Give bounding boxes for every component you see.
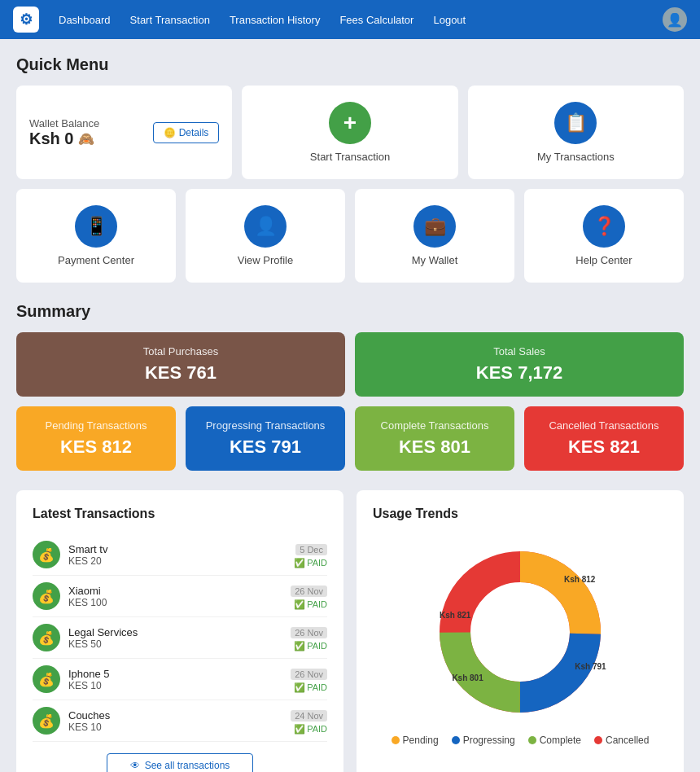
summary-bottom: Pending Transactions KES 812 Progressing…	[16, 406, 684, 471]
app-logo: ⚙	[13, 7, 39, 33]
view-profile-card[interactable]: 👤 View Profile	[186, 189, 345, 283]
progressing-transactions-card: Progressing Transactions KES 791	[186, 406, 345, 471]
legend-pending-dot	[392, 736, 400, 744]
chart-container: Ksh 821 Ksh 812 Ksh 791 Ksh 801 Pending …	[373, 534, 667, 754]
total-purchases-label: Total Purchases	[143, 345, 219, 357]
my-wallet-icon: 💼	[413, 205, 456, 248]
transaction-amount: KES 100	[68, 597, 291, 608]
transaction-right: 5 Dec ✅ PAID	[294, 542, 327, 568]
transaction-date: 26 Nov	[291, 586, 327, 597]
transaction-status: ✅ PAID	[291, 724, 327, 735]
transaction-amount: KES 10	[68, 722, 291, 733]
view-profile-label: View Profile	[238, 254, 293, 266]
transaction-details: Smart tv KES 20	[68, 543, 294, 567]
start-transaction-icon: +	[329, 102, 371, 144]
legend-progressing: Progressing	[452, 735, 515, 746]
nav-fees-calculator[interactable]: Fees Calculator	[339, 14, 413, 26]
paid-icon: ✅	[294, 682, 305, 693]
total-sales-label: Total Sales	[493, 345, 545, 357]
see-all-transactions-button[interactable]: 👁 See all transactions	[107, 753, 253, 772]
latest-transactions-panel: Latest Transactions 💰 Smart tv KES 20 5 …	[16, 490, 343, 772]
cancelled-chart-label: Ksh 812	[564, 575, 595, 584]
navbar: ⚙ Dashboard Start Transaction Transactio…	[0, 0, 700, 39]
transaction-right: 26 Nov ✅ PAID	[291, 666, 327, 693]
legend-progressing-dot	[452, 736, 460, 744]
my-transactions-icon: 📋	[554, 102, 597, 144]
transaction-list: 💰 Smart tv KES 20 5 Dec ✅ PAID 💰 Xiaomi …	[33, 534, 327, 742]
complete-value: KES 801	[399, 436, 470, 458]
payment-center-label: Payment Center	[58, 254, 134, 266]
my-transactions-card[interactable]: 📋 My Transactions	[468, 86, 684, 179]
nav-start-transaction[interactable]: Start Transaction	[130, 14, 210, 26]
paid-icon: ✅	[294, 724, 305, 735]
cancelled-value: KES 821	[568, 436, 640, 458]
transaction-item[interactable]: 💰 Legal Services KES 50 26 Nov ✅ PAID	[33, 617, 327, 659]
transaction-status: ✅ PAID	[291, 682, 327, 693]
transaction-name: Legal Services	[68, 626, 291, 638]
transaction-item[interactable]: 💰 Smart tv KES 20 5 Dec ✅ PAID	[33, 534, 327, 576]
hide-balance-icon[interactable]: 🙈	[78, 131, 94, 147]
transaction-item[interactable]: 💰 Iphone 5 KES 10 26 Nov ✅ PAID	[33, 659, 327, 700]
transaction-details: Legal Services KES 50	[68, 626, 291, 650]
progressing-label: Progressing Transactions	[206, 419, 326, 432]
complete-label: Complete Transactions	[381, 419, 489, 432]
transaction-right: 26 Nov ✅ PAID	[291, 583, 327, 610]
legend-cancelled-dot	[594, 736, 602, 744]
wallet-details-button[interactable]: 🪙 Details	[153, 122, 220, 143]
transaction-item[interactable]: 💰 Xiaomi KES 100 26 Nov ✅ PAID	[33, 576, 327, 617]
total-purchases-value: KES 761	[145, 362, 217, 384]
transaction-details: Iphone 5 KES 10	[68, 668, 291, 691]
my-wallet-card[interactable]: 💼 My Wallet	[355, 189, 514, 283]
progressing-value: KES 791	[230, 436, 301, 458]
paid-icon: ✅	[294, 558, 305, 568]
pending-transactions-card: Pending Transactions KES 812	[16, 406, 176, 471]
nav-logout[interactable]: Logout	[433, 14, 466, 26]
legend-cancelled-label: Cancelled	[606, 735, 649, 746]
transaction-icon: 💰	[33, 707, 60, 735]
start-transaction-label: Start Transaction	[310, 151, 390, 163]
transaction-name: Couches	[68, 709, 291, 722]
legend-pending-label: Pending	[403, 735, 439, 746]
transaction-name: Iphone 5	[68, 668, 291, 680]
help-center-card[interactable]: ❓ Help Center	[524, 189, 684, 283]
legend-pending: Pending	[392, 735, 439, 746]
view-profile-icon: 👤	[244, 205, 287, 248]
nav-transaction-history[interactable]: Transaction History	[230, 14, 321, 26]
transaction-details: Xiaomi KES 100	[68, 585, 291, 608]
transaction-name: Xiaomi	[68, 585, 291, 597]
transaction-date: 26 Nov	[291, 669, 327, 680]
total-sales-card: Total Sales KES 7,172	[355, 332, 684, 397]
wallet-info: Wallet Balance Ksh 0 🙈	[29, 117, 99, 148]
start-transaction-card[interactable]: + Start Transaction	[242, 86, 457, 179]
chart-legend: Pending Progressing Complete Cancelled	[392, 735, 650, 746]
bottom-panels: Latest Transactions 💰 Smart tv KES 20 5 …	[16, 490, 684, 772]
legend-cancelled: Cancelled	[594, 735, 649, 746]
transaction-icon: 💰	[33, 582, 60, 610]
paid-icon: ✅	[294, 641, 305, 651]
nav-dashboard[interactable]: Dashboard	[59, 14, 111, 26]
legend-complete-label: Complete	[540, 735, 581, 746]
quick-menu-row2: 📱 Payment Center 👤 View Profile 💼 My Wal…	[16, 189, 684, 283]
paid-icon: ✅	[294, 599, 305, 610]
transaction-amount: KES 10	[68, 680, 291, 691]
quick-menu-title: Quick Menu	[16, 55, 684, 74]
transaction-status: ✅ PAID	[291, 641, 327, 651]
main-content: Quick Menu Wallet Balance Ksh 0 🙈 🪙 Deta…	[0, 39, 700, 772]
my-transactions-label: My Transactions	[537, 151, 615, 163]
transaction-details: Couches KES 10	[68, 709, 291, 733]
legend-progressing-label: Progressing	[463, 735, 515, 746]
user-avatar[interactable]: 👤	[663, 7, 687, 32]
transaction-icon: 💰	[33, 665, 60, 693]
usage-trends-title: Usage Trends	[373, 507, 667, 521]
complete-transactions-card: Complete Transactions KES 801	[355, 406, 514, 471]
payment-center-card[interactable]: 📱 Payment Center	[16, 189, 176, 283]
quick-menu-row1: Wallet Balance Ksh 0 🙈 🪙 Details + Start…	[16, 86, 684, 179]
transaction-status: ✅ PAID	[291, 599, 327, 610]
my-wallet-label: My Wallet	[412, 254, 458, 266]
transaction-item[interactable]: 💰 Couches KES 10 24 Nov ✅ PAID	[33, 700, 327, 742]
details-icon: 🪙	[164, 127, 176, 138]
wallet-balance-amount: Ksh 0 🙈	[29, 129, 99, 148]
wallet-balance-card: Wallet Balance Ksh 0 🙈 🪙 Details	[16, 86, 232, 179]
pending-label: Pending Transactions	[45, 419, 147, 432]
eye-icon: 👁	[130, 760, 140, 771]
